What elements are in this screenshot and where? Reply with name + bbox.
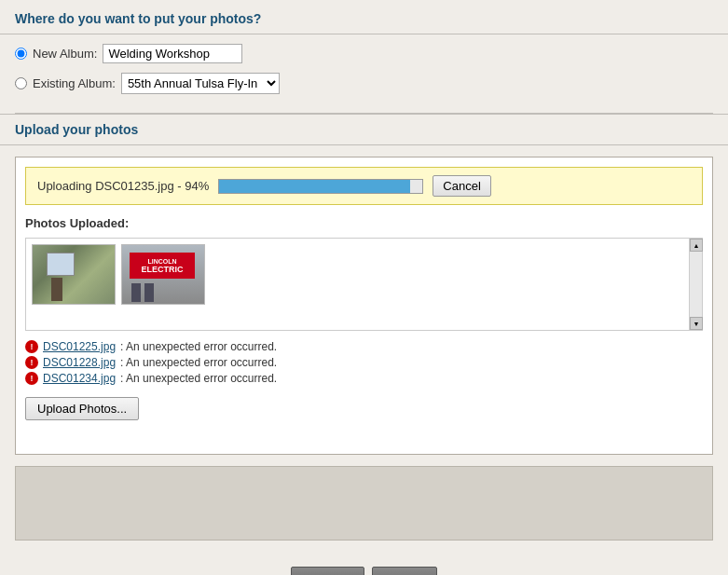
destination-title: Where do you want to put your photos? <box>15 11 261 26</box>
new-album-radio[interactable] <box>15 48 27 60</box>
upload-section-title: Upload your photos <box>15 122 138 137</box>
thumbnails-scrollbar[interactable]: ▲ ▼ <box>689 239 702 330</box>
cancel-button[interactable]: Cancel <box>372 567 437 575</box>
thumb-window <box>47 253 75 276</box>
existing-album-label: Existing Album: <box>33 76 116 90</box>
scroll-up-button[interactable]: ▲ <box>690 239 703 252</box>
progress-label: Uploading DSC01235.jpg - 94% <box>37 179 209 193</box>
existing-album-row: Existing Album: 55th Annual Tulsa Fly-In <box>15 73 713 94</box>
submit-button[interactable]: Submit <box>291 567 364 575</box>
thumbnail-2: LINCOLN ELECTRIC <box>121 244 205 305</box>
error-file-1[interactable]: DSC01225.jpg <box>43 340 116 353</box>
upload-section-header: Upload your photos <box>0 114 728 145</box>
new-album-input[interactable] <box>103 44 242 63</box>
error-file-3[interactable]: DSC01234.jpg <box>43 372 116 385</box>
error-msg-1: : An unexpected error occurred. <box>120 340 277 353</box>
thumb-person-1 <box>131 283 141 302</box>
error-msg-2: : An unexpected error occurred. <box>120 356 277 369</box>
upload-area: Uploading DSC01235.jpg - 94% Cancel Phot… <box>15 157 713 455</box>
progress-box: Uploading DSC01235.jpg - 94% Cancel <box>25 167 703 205</box>
error-item-2: ! DSC01228.jpg: An unexpected error occu… <box>25 356 703 369</box>
scroll-track <box>690 252 702 317</box>
thumb-sign: LINCOLN ELECTRIC <box>130 253 195 279</box>
error-list: ! DSC01225.jpg: An unexpected error occu… <box>25 340 703 385</box>
thumb-person-2 <box>144 283 154 302</box>
error-msg-3: : An unexpected error occurred. <box>120 372 277 385</box>
destination-section-header: Where do you want to put your photos? <box>0 0 728 34</box>
existing-album-radio[interactable] <box>15 77 27 89</box>
progress-cancel-button[interactable]: Cancel <box>433 175 490 197</box>
thumbnails-area: LINCOLN ELECTRIC ▲ ▼ <box>25 238 703 331</box>
thumb-person <box>51 278 62 301</box>
error-icon-3: ! <box>25 372 38 385</box>
thumb-img-1 <box>33 245 116 305</box>
bottom-gray-area <box>15 466 713 541</box>
new-album-label: New Album: <box>33 47 97 61</box>
thumb-img-2: LINCOLN ELECTRIC <box>122 245 205 305</box>
thumb-people <box>131 283 154 302</box>
thumbnail-1 <box>32 244 116 305</box>
progress-bar-fill <box>219 180 410 193</box>
error-item-3: ! DSC01234.jpg: An unexpected error occu… <box>25 372 703 385</box>
error-icon-2: ! <box>25 356 38 369</box>
existing-album-select[interactable]: 55th Annual Tulsa Fly-In <box>121 73 280 94</box>
scroll-down-button[interactable]: ▼ <box>690 317 703 330</box>
footer-buttons: Submit Cancel <box>0 552 728 575</box>
upload-photos-button[interactable]: Upload Photos... <box>25 397 139 420</box>
progress-bar-container <box>218 179 423 194</box>
photos-uploaded-label: Photos Uploaded: <box>25 216 703 230</box>
thumb-sign-text1: LINCOLN <box>147 258 176 265</box>
error-item-1: ! DSC01225.jpg: An unexpected error occu… <box>25 340 703 353</box>
error-icon-1: ! <box>25 340 38 353</box>
destination-content: New Album: Existing Album: 55th Annual T… <box>0 34 728 113</box>
thumb-sign-text2: ELECTRIC <box>142 265 184 274</box>
new-album-row: New Album: <box>15 44 713 63</box>
error-file-2[interactable]: DSC01228.jpg <box>43 356 116 369</box>
